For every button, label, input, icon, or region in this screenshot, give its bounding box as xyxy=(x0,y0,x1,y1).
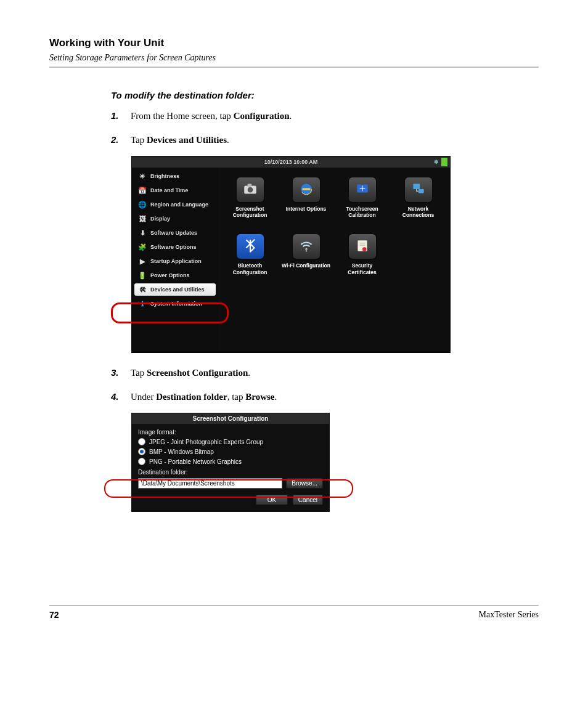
sidebar-item-display[interactable]: 🖼Display xyxy=(134,213,216,225)
step-bold: Destination folder xyxy=(156,392,227,402)
sidebar-item-swoptions[interactable]: 🧩Software Options xyxy=(134,241,216,253)
footer-rule xyxy=(49,605,539,606)
step-suffix: . xyxy=(248,368,250,378)
bluetooth-icon: ✽ xyxy=(434,159,439,165)
ok-button[interactable]: OK xyxy=(256,495,288,505)
status-bar: 10/10/2013 10:00 AM ✽ xyxy=(132,156,450,168)
tile-security-certificates[interactable]: Security Certificates xyxy=(338,234,386,275)
sidebar-item-label: System Information xyxy=(150,301,202,307)
sidebar-item-updates[interactable]: ⬇Software Updates xyxy=(134,227,216,239)
series-label: MaxTester Series xyxy=(479,610,539,620)
radio-bmp[interactable]: BMP - Windows Bitmap xyxy=(138,448,323,455)
settings-sidebar: ☀Brightness 📅Date and Time 🌐Region and L… xyxy=(132,168,218,352)
chapter-title: Working with Your Unit xyxy=(49,37,539,49)
step-suffix: . xyxy=(274,392,277,402)
screenshot-devices-utilities: 10/10/2013 10:00 AM ✽ ☀Brightness 📅Date … xyxy=(132,156,475,352)
step-text: Tap xyxy=(131,368,147,378)
bluetooth-icon xyxy=(242,238,258,255)
svg-point-15 xyxy=(362,247,367,251)
step-mid: , tap xyxy=(227,392,246,402)
clock: 10/10/2013 10:00 AM xyxy=(264,159,318,165)
power-icon: 🔋 xyxy=(138,271,147,280)
wifi-icon xyxy=(298,238,314,255)
touchscreen-icon xyxy=(354,181,370,198)
tile-internet-options[interactable]: Internet Options xyxy=(282,177,330,218)
tile-label: Screenshot Configuration xyxy=(226,206,274,218)
sidebar-item-label: Power Options xyxy=(150,272,190,278)
page-footer: 72 MaxTester Series xyxy=(49,605,539,620)
radio-png[interactable]: PNG - Portable Network Graphics xyxy=(138,458,323,465)
sidebar-item-label: Software Updates xyxy=(150,230,197,236)
svg-rect-9 xyxy=(419,189,424,193)
sidebar-item-startup[interactable]: ▶Startup Application xyxy=(134,255,216,267)
startup-icon: ▶ xyxy=(138,257,147,266)
calendar-icon: 📅 xyxy=(138,186,147,195)
tile-label: Security Certificates xyxy=(338,262,386,275)
step-number: 3. xyxy=(111,366,131,380)
camera-icon xyxy=(242,181,258,198)
step-4: 4. Under Destination folder, tap Browse. xyxy=(111,390,475,404)
radio-jpeg[interactable]: JPEG - Joint Photographic Experts Group xyxy=(138,438,323,445)
network-icon xyxy=(410,181,427,198)
tile-label: Internet Options xyxy=(286,206,327,212)
tile-label: Network Connections xyxy=(394,206,443,218)
tile-label: Wi-Fi Configuration xyxy=(282,262,330,269)
browse-button[interactable]: Browse... xyxy=(286,478,323,489)
sidebar-item-region[interactable]: 🌐Region and Language xyxy=(134,198,216,211)
sidebar-item-label: Startup Application xyxy=(150,258,202,264)
svg-rect-11 xyxy=(305,249,306,252)
tile-wifi-config[interactable]: Wi-Fi Configuration xyxy=(282,234,330,275)
download-icon: ⬇ xyxy=(138,229,147,237)
section-subtitle: Setting Storage Parameters for Screen Ca… xyxy=(49,53,539,63)
procedure-title: To modify the destination folder: xyxy=(111,90,475,100)
svg-point-2 xyxy=(247,187,253,193)
step-text: Tap xyxy=(131,135,147,145)
destination-folder-label: Destination folder: xyxy=(138,469,323,476)
step-number: 1. xyxy=(111,109,131,123)
tile-bluetooth-config[interactable]: Bluetooth Configuration xyxy=(226,234,274,275)
step-bold: Screenshot Configuration xyxy=(147,368,248,378)
radio-icon xyxy=(138,448,145,455)
tile-label: Bluetooth Configuration xyxy=(226,262,274,275)
tile-network-connections[interactable]: Network Connections xyxy=(394,177,443,218)
puzzle-icon: 🧩 xyxy=(138,243,147,251)
tools-icon: 🛠 xyxy=(138,285,147,294)
destination-folder-field[interactable]: \Data\My Documents\Screenshots xyxy=(138,478,282,489)
battery-icon xyxy=(441,158,447,166)
step-number: 4. xyxy=(111,390,131,404)
sidebar-item-devices-utilities[interactable]: 🛠Devices and Utilities xyxy=(134,283,216,296)
cancel-button[interactable]: Cancel xyxy=(293,495,323,505)
sidebar-item-label: Devices and Utilities xyxy=(150,286,205,293)
step-text: From the Home screen, tap xyxy=(131,111,234,121)
tile-label: Touchscreen Calibration xyxy=(338,206,386,218)
image-format-label: Image format: xyxy=(138,429,323,436)
step-3: 3. Tap Screenshot Configuration. xyxy=(111,366,475,380)
sidebar-item-power[interactable]: 🔋Power Options xyxy=(134,269,216,282)
sidebar-item-label: Region and Language xyxy=(150,201,208,208)
utilities-grid: Screenshot Configuration Internet Option… xyxy=(218,168,450,352)
page-number: 72 xyxy=(49,610,59,620)
step-1: 1. From the Home screen, tap Configurati… xyxy=(111,109,475,123)
sidebar-item-label: Display xyxy=(150,216,170,222)
info-icon: ℹ xyxy=(138,299,147,308)
sidebar-item-sysinfo[interactable]: ℹSystem Information xyxy=(134,298,216,310)
sidebar-item-brightness[interactable]: ☀Brightness xyxy=(134,170,216,182)
dialog-title: Screenshot Configuration xyxy=(132,413,329,424)
radio-icon xyxy=(138,458,145,465)
globe-icon: 🌐 xyxy=(138,200,147,209)
sidebar-item-datetime[interactable]: 📅Date and Time xyxy=(134,184,216,197)
step-2: 2. Tap Devices and Utilities. xyxy=(111,133,475,147)
radio-label: BMP - Windows Bitmap xyxy=(149,448,214,455)
tile-touchscreen-calibration[interactable]: Touchscreen Calibration xyxy=(338,177,386,218)
step-bold: Devices and Utilities xyxy=(147,135,227,145)
step-bold2: Browse xyxy=(245,392,274,402)
radio-icon xyxy=(138,438,145,445)
sidebar-item-label: Software Options xyxy=(150,244,197,250)
step-bold: Configuration xyxy=(234,111,290,121)
ie-icon xyxy=(298,181,314,198)
step-suffix: . xyxy=(289,111,292,121)
tile-screenshot-config[interactable]: Screenshot Configuration xyxy=(226,177,274,218)
sidebar-item-label: Brightness xyxy=(150,173,179,179)
svg-rect-1 xyxy=(247,184,251,186)
certificate-icon xyxy=(354,238,370,255)
